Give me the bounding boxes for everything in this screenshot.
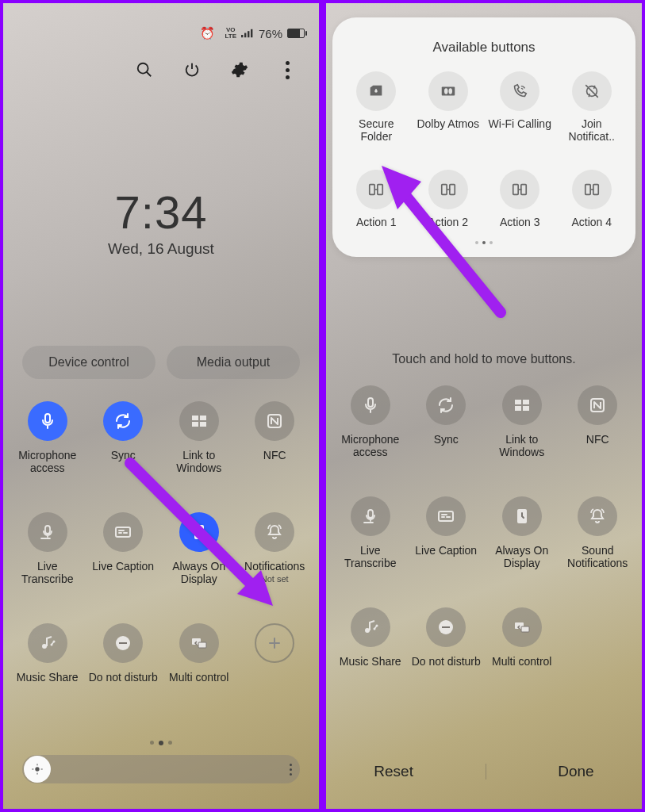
bell-icon — [578, 496, 617, 536]
tile-microphone-access[interactable]: Microphone access — [332, 385, 409, 473]
svg-rect-7 — [200, 416, 206, 420]
svg-rect-40 — [515, 400, 521, 404]
aod-icon — [502, 496, 542, 536]
svg-rect-34 — [442, 185, 447, 195]
phone-edit-buttons: Available buttons Secure Folder Dolby At… — [326, 3, 642, 809]
svg-rect-19 — [198, 642, 206, 648]
reset-button[interactable]: Reset — [350, 755, 437, 788]
transcribe-icon — [351, 496, 390, 536]
clock: 7:34 Wed, 16 August — [3, 186, 319, 258]
alarm-icon: ⏰ — [200, 26, 215, 40]
search-icon[interactable] — [135, 60, 154, 79]
caption-icon — [426, 496, 466, 536]
edit-footer: Reset Done — [326, 755, 642, 788]
tile-notifications[interactable]: Notifications Not set — [237, 512, 313, 599]
brightness-slider[interactable] — [22, 755, 300, 783]
chip-device-control[interactable]: Device control — [22, 346, 155, 379]
windows-icon — [502, 385, 542, 425]
phone-quick-settings: ⏰ VOLTE 76% 7:34 Wed, 16 August Device c… — [3, 3, 319, 809]
svg-rect-29 — [442, 87, 455, 96]
sync-icon — [426, 385, 466, 425]
svg-rect-45 — [439, 511, 453, 521]
tile-always-on-display[interactable]: Always On Display — [484, 496, 560, 584]
svg-point-31 — [448, 88, 452, 94]
tile-microphone-access[interactable]: Microphone access — [10, 401, 86, 488]
secure-folder-icon — [356, 71, 396, 111]
tile-sync[interactable]: Sync — [409, 385, 485, 473]
tile-live-transcribe[interactable]: Live Transcribe — [10, 512, 86, 599]
svg-rect-11 — [116, 527, 130, 537]
svg-rect-41 — [523, 400, 529, 404]
tile-do-not-disturb[interactable]: Do not disturb — [86, 623, 162, 710]
dnd-icon — [103, 623, 143, 663]
chip-media-output[interactable]: Media output — [167, 346, 300, 379]
tile-live-caption[interactable]: Live Caption — [409, 496, 485, 584]
plus-icon — [255, 623, 294, 663]
microphone-icon — [28, 401, 67, 441]
ptile-join-notifications[interactable]: Join Notificat.. — [556, 71, 628, 143]
ptile-action-3[interactable]: Action 3 — [484, 170, 556, 228]
tile-link-to-windows[interactable]: Link to Windows — [161, 401, 237, 488]
tile-live-transcribe[interactable]: Live Transcribe — [332, 496, 409, 584]
power-icon[interactable] — [182, 60, 202, 79]
ptile-action-4[interactable]: Action 4 — [556, 170, 628, 228]
clock-date: Wed, 16 August — [3, 240, 319, 258]
tile-add[interactable] — [237, 623, 313, 710]
sync-icon — [103, 401, 143, 441]
tile-multi-control[interactable]: Multi control — [161, 623, 237, 710]
bell-icon — [255, 512, 294, 552]
nfc-icon — [255, 401, 294, 441]
network-icon: VOLTE — [225, 27, 236, 40]
ptile-action-2[interactable]: Action 2 — [413, 170, 485, 228]
nfc-icon — [578, 385, 617, 425]
svg-line-5 — [147, 72, 152, 77]
svg-rect-17 — [119, 642, 127, 644]
brightness-more-icon[interactable] — [290, 764, 292, 776]
tile-music-share[interactable]: Music Share — [10, 623, 86, 710]
svg-rect-42 — [515, 406, 521, 411]
tile-nfc[interactable]: NFC — [560, 385, 636, 473]
tile-multi-control[interactable]: Multi control — [484, 607, 560, 695]
battery-percent: 76% — [259, 27, 282, 40]
battery-icon — [287, 29, 305, 38]
svg-point-4 — [138, 63, 148, 74]
tile-link-to-windows[interactable]: Link to Windows — [484, 385, 560, 473]
panel-page-indicator — [340, 241, 628, 244]
ptile-dolby-atmos[interactable]: Dolby Atmos — [413, 71, 485, 143]
multi-control-icon — [502, 607, 542, 647]
action-icon — [572, 170, 612, 209]
ptile-secure-folder[interactable]: Secure Folder — [340, 71, 413, 143]
wifi-calling-icon — [500, 71, 539, 111]
ptile-action-1[interactable]: Action 1 — [340, 170, 413, 228]
action-icon — [428, 170, 468, 209]
tile-music-share[interactable]: Music Share — [332, 607, 409, 695]
overflow-icon[interactable] — [278, 60, 297, 79]
svg-rect-43 — [523, 406, 529, 411]
brightness-knob[interactable] — [24, 756, 51, 783]
dnd-icon — [426, 607, 466, 647]
music-share-icon — [351, 607, 390, 647]
svg-rect-32 — [370, 185, 374, 195]
tile-do-not-disturb[interactable]: Do not disturb — [409, 607, 485, 695]
ptile-wifi-calling[interactable]: Wi-Fi Calling — [484, 71, 556, 143]
caption-icon — [103, 512, 143, 552]
qs-chips: Device control Media output — [22, 346, 300, 379]
aod-icon — [179, 512, 219, 552]
svg-rect-2 — [248, 32, 249, 38]
done-button[interactable]: Done — [534, 755, 617, 788]
tile-sync[interactable]: Sync — [86, 401, 162, 488]
panel-grid: Secure Folder Dolby Atmos Wi-Fi Calling … — [340, 71, 628, 228]
tile-always-on-display[interactable]: Always On Display — [161, 512, 237, 599]
svg-rect-3 — [251, 29, 252, 37]
gear-icon[interactable] — [230, 60, 249, 79]
tile-sound-notifications[interactable]: Sound Notifications — [560, 496, 636, 584]
tile-live-caption[interactable]: Live Caption — [86, 512, 162, 599]
music-share-icon — [28, 623, 67, 663]
svg-rect-6 — [192, 416, 198, 420]
separator — [486, 764, 486, 779]
join-notif-icon — [572, 71, 612, 111]
action-icon — [356, 170, 396, 209]
tile-nfc[interactable]: NFC — [237, 401, 313, 488]
windows-icon — [179, 401, 219, 441]
page-indicator — [3, 741, 319, 745]
